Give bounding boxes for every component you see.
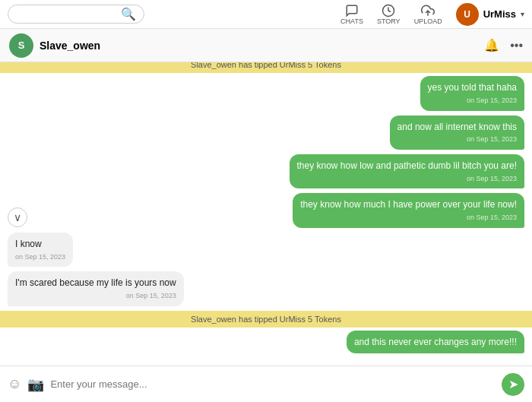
user-name: UrMiss: [483, 8, 516, 20]
message-text: yes you told that haha: [428, 82, 517, 93]
contact-avatar: S: [9, 33, 33, 58]
chat-header-left: S Slave_owen: [9, 33, 100, 58]
upload-nav-item[interactable]: UPLOAD: [414, 4, 442, 25]
top-nav: 🔍 CHATS STORY UPLOAD U UrMiss ▾: [0, 0, 532, 29]
emoji-icon[interactable]: ☺: [8, 376, 21, 392]
chats-label: CHATS: [340, 17, 363, 25]
more-options-icon[interactable]: •••: [510, 39, 523, 52]
chat-area: you are so brainlesson Sep 15, 2023and t…: [0, 62, 532, 366]
sent-bubble: yes you told that hahaon Sep 15, 2023: [420, 76, 524, 110]
message-text: and now all internet know this: [397, 122, 517, 132]
input-bar: ☺ 📷 ➤: [0, 366, 532, 402]
message-row: yes you told that hahaon Sep 15, 2023: [0, 76, 532, 110]
message-timestamp: on Sep 15, 2023: [297, 174, 518, 184]
story-nav-item[interactable]: STORY: [377, 4, 401, 25]
avatar: U: [456, 3, 479, 26]
message-text: I know: [15, 239, 42, 249]
scroll-down-button[interactable]: ∨: [8, 207, 27, 227]
message-input[interactable]: [50, 378, 496, 390]
message-timestamp: on Sep 15, 2023: [15, 252, 65, 262]
message-row: and this never ever changes any more!!!: [0, 331, 532, 354]
message-text: and this never ever changes any more!!!: [354, 337, 517, 347]
chat-header: S Slave_owen 🔔 •••: [0, 29, 532, 62]
bell-icon[interactable]: 🔔: [484, 38, 499, 52]
message-row: they know how low and pathetic dumb lil …: [0, 154, 532, 188]
message-timestamp: on Sep 15, 2023: [428, 96, 517, 106]
message-timestamp: on Sep 15, 2023: [397, 135, 517, 144]
upload-label: UPLOAD: [414, 17, 442, 25]
search-box[interactable]: 🔍: [8, 5, 144, 24]
message-row: and now all internet know thison Sep 15,…: [0, 116, 532, 150]
tip-notification: Slave_owen has tipped UrMiss 5 Tokens: [0, 311, 532, 328]
contact-name: Slave_owen: [40, 40, 100, 52]
camera-icon[interactable]: 📷: [27, 376, 44, 393]
tip-notification: Slave_owen has tipped UrMiss 5 Tokens: [0, 62, 532, 73]
message-row: they know how much I have power over you…: [0, 193, 532, 227]
chats-nav-item[interactable]: CHATS: [340, 4, 363, 25]
sent-bubble: and now all internet know thison Sep 15,…: [390, 116, 524, 150]
sent-bubble: they know how much I have power over you…: [293, 193, 524, 227]
nav-icons: CHATS STORY UPLOAD U UrMiss ▾: [340, 3, 524, 26]
chat-header-right: 🔔 •••: [484, 38, 523, 52]
message-row: I knowon Sep 15, 2023: [0, 233, 532, 267]
search-icon: 🔍: [121, 7, 136, 21]
message-timestamp: on Sep 15, 2023: [300, 213, 517, 223]
received-bubble: I knowon Sep 15, 2023: [8, 233, 73, 267]
search-input[interactable]: [14, 9, 121, 20]
received-bubble: I'm scared because my life is yours nowo…: [8, 271, 184, 305]
send-button[interactable]: ➤: [502, 373, 524, 396]
message-row: I'm scared because my life is yours nowo…: [0, 271, 532, 305]
sent-bubble: they know how low and pathetic dumb lil …: [290, 154, 525, 188]
user-profile[interactable]: U UrMiss ▾: [456, 3, 524, 26]
sent-bubble: and this never ever changes any more!!!: [347, 331, 524, 354]
message-text: I'm scared because my life is yours now: [15, 277, 176, 288]
message-text: they know how low and pathetic dumb lil …: [297, 160, 518, 171]
message-timestamp: on Sep 15, 2023: [15, 291, 176, 301]
story-label: STORY: [377, 17, 401, 25]
message-text: they know how much I have power over you…: [300, 199, 517, 210]
chevron-down-icon: ▾: [521, 10, 524, 18]
